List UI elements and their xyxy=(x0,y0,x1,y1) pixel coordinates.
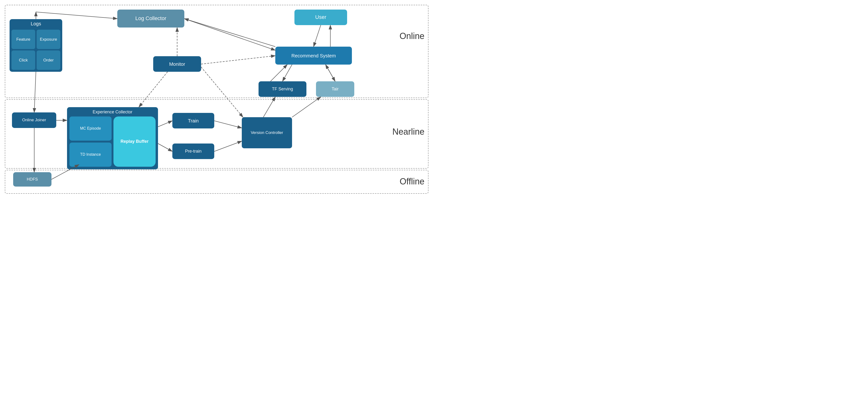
mc-episode-box: MC Episode xyxy=(69,117,112,141)
label-nearline: Nearline xyxy=(392,127,425,137)
logs-grid: Feature Exposure Click Order xyxy=(11,30,60,70)
exp-inner: MC Episode TD Instance Replay Buffer xyxy=(69,117,156,167)
exp-collector-title: Experience Collector xyxy=(69,109,156,114)
section-online xyxy=(5,5,429,98)
experience-collector: Experience Collector MC Episode TD Insta… xyxy=(67,107,158,169)
logs-container: Logs Feature Exposure Click Order xyxy=(9,19,62,72)
pretrain-box: Pre-train xyxy=(173,143,214,159)
recommend-system-box: Recommend System xyxy=(275,47,352,65)
td-instance-box: TD Instance xyxy=(69,142,112,167)
log-order: Order xyxy=(37,51,60,70)
diagram-container: Online Nearline Offline Log Collector Us… xyxy=(0,0,434,199)
log-collector-box: Log Collector xyxy=(117,9,184,28)
exp-left-column: MC Episode TD Instance xyxy=(69,117,112,167)
replay-buffer-box: Replay Buffer xyxy=(114,117,156,167)
user-box: User xyxy=(294,9,347,25)
logs-title: Logs xyxy=(11,21,60,28)
tair-box: Tair xyxy=(316,81,354,97)
label-offline: Offline xyxy=(400,176,425,187)
section-offline xyxy=(5,170,429,194)
tf-serving-box: TF Serving xyxy=(258,81,306,97)
log-feature: Feature xyxy=(11,30,35,49)
train-box: Train xyxy=(173,113,214,128)
hdfs-box: HDFS xyxy=(13,172,52,187)
version-controller-box: Version Controller xyxy=(242,117,292,148)
log-exposure: Exposure xyxy=(37,30,60,49)
label-online: Online xyxy=(400,31,425,41)
monitor-box: Monitor xyxy=(153,56,201,72)
online-joiner-box: Online Joiner xyxy=(12,112,56,128)
log-click: Click xyxy=(11,51,35,70)
